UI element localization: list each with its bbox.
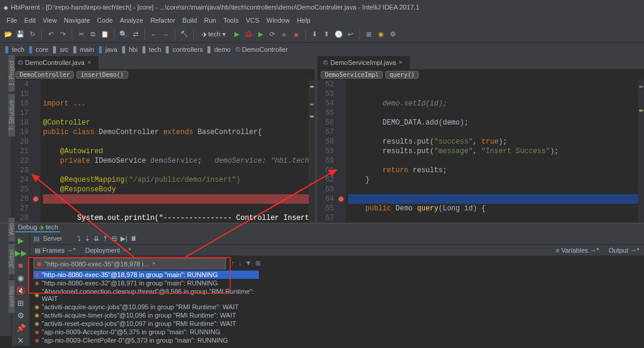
save-icon[interactable]: 💾 bbox=[16, 30, 25, 39]
crumb-class[interactable]: DemoController bbox=[16, 71, 74, 79]
thread-list[interactable]: ◉"http-nio-8080-exec-35"@18,978 in group… bbox=[30, 269, 262, 346]
crumb-controllers[interactable]: ▋controllers bbox=[164, 46, 205, 53]
menu-build[interactable]: Build bbox=[179, 17, 200, 24]
variables-panel[interactable] bbox=[262, 256, 644, 346]
crumb-tech2[interactable]: ▋tech bbox=[141, 46, 163, 53]
step-over-icon[interactable]: ⤵ bbox=[78, 235, 81, 242]
structure-icon[interactable]: ⊞ bbox=[364, 30, 374, 39]
jrebel-icon[interactable]: ◉ bbox=[376, 30, 386, 39]
run-icon[interactable]: ▶ bbox=[232, 30, 242, 39]
cut-icon[interactable]: ✂ bbox=[76, 30, 86, 39]
menu-navigate[interactable]: Navigate bbox=[61, 17, 92, 24]
settings-icon[interactable]: ⚙ bbox=[388, 30, 398, 39]
close-icon[interactable]: ✕ bbox=[87, 60, 92, 66]
replace-icon[interactable]: ⇄ bbox=[131, 30, 140, 39]
crumb-hbi[interactable]: ▋hbi bbox=[120, 46, 140, 53]
menu-vcs[interactable]: VCS bbox=[243, 17, 262, 24]
thread-row[interactable]: ◉"http-nio-8080-exec-35"@18,978 in group… bbox=[33, 271, 259, 279]
next-frame-icon[interactable]: ↓ bbox=[237, 259, 244, 266]
forward-icon[interactable]: → bbox=[161, 30, 171, 39]
code-body-right[interactable]: demo.setId(id); DEMO_DATA.add(demo); res… bbox=[346, 80, 638, 223]
menu-refactor[interactable]: Refactor bbox=[147, 17, 178, 24]
menu-run[interactable]: Run bbox=[201, 17, 219, 24]
vcs-history-icon[interactable]: 🕓 bbox=[334, 30, 343, 39]
vcs-commit-icon[interactable]: ⬆ bbox=[322, 30, 332, 39]
sidetab-web[interactable]: Web bbox=[8, 217, 15, 241]
tab-demoserviceimpl[interactable]: © DemoServiceImpl.java ✕ bbox=[317, 56, 410, 69]
back-icon[interactable]: ← bbox=[149, 30, 159, 39]
coverage-icon[interactable]: ▶ bbox=[256, 30, 265, 39]
close-panel-icon[interactable]: ✕ bbox=[17, 336, 24, 345]
crumb-tech[interactable]: ▋tech bbox=[4, 46, 26, 53]
thread-row[interactable]: ◉"activiti-reset-expired-jobs"@10,097 in… bbox=[33, 319, 259, 328]
crumb-file[interactable]: ©DemoController bbox=[234, 46, 290, 53]
sidetab-project[interactable]: 1: Project bbox=[8, 54, 15, 92]
attach-icon[interactable]: ⎆ bbox=[280, 30, 289, 39]
error-stripe-left[interactable] bbox=[309, 80, 315, 223]
prev-frame-icon[interactable]: ↑ bbox=[230, 259, 237, 266]
menu-file[interactable]: File bbox=[4, 17, 20, 24]
thread-row[interactable]: ◉"ajp-nio-8009-Acceptor-0"@5,375 in grou… bbox=[33, 328, 259, 336]
crumb-java[interactable]: ▋java bbox=[97, 46, 119, 53]
paste-icon[interactable]: 📋 bbox=[100, 30, 110, 39]
menu-analyze[interactable]: Analyze bbox=[117, 17, 146, 24]
code-right[interactable]: 5253545556575859606162636465676869707172… bbox=[317, 80, 644, 223]
profile-icon[interactable]: ⟳ bbox=[268, 30, 277, 39]
step-into-icon[interactable]: ⇣ bbox=[85, 235, 90, 243]
tab-democontroller[interactable]: © DemoController.java ✕ bbox=[12, 56, 98, 69]
thread-row[interactable]: ◉"activiti-acquire-async-jobs"@10,095 in… bbox=[33, 303, 259, 311]
breakpoint-icon[interactable] bbox=[338, 196, 344, 202]
thread-row[interactable]: ◉"ajp-nio-8009-ClientPoller-0"@5,373 in … bbox=[33, 336, 259, 344]
breakpoints-icon[interactable]: ◉ bbox=[17, 274, 24, 282]
vcs-revert-icon[interactable]: ↩ bbox=[346, 30, 355, 39]
settings-icon[interactable]: ⚙ bbox=[17, 311, 24, 320]
deployment-tab[interactable]: Deployment →* bbox=[80, 247, 136, 254]
breakpoint-icon[interactable] bbox=[33, 196, 39, 202]
crumb-core[interactable]: ▋core bbox=[27, 46, 50, 53]
crumb-src[interactable]: ▋src bbox=[51, 46, 70, 53]
thread-row[interactable]: ◉"http-nio-8080-exec-32"@18,971 in group… bbox=[33, 279, 259, 287]
evaluate-icon[interactable]: 🖩 bbox=[131, 235, 137, 242]
crumb-method[interactable]: insertDemo() bbox=[76, 71, 128, 79]
build-icon[interactable]: 🔨 bbox=[179, 30, 189, 39]
rerun-icon[interactable]: ▶ bbox=[18, 236, 24, 245]
error-stripe-right[interactable] bbox=[638, 80, 644, 223]
menu-tools[interactable]: Tools bbox=[220, 17, 242, 24]
menu-code[interactable]: Code bbox=[94, 17, 116, 24]
sync-icon[interactable]: ↻ bbox=[27, 30, 37, 39]
sidetab-jrebel[interactable]: JRebel bbox=[8, 243, 15, 274]
redo-icon[interactable]: ↷ bbox=[58, 30, 67, 39]
sidetab-structure[interactable]: 7: Structure bbox=[8, 93, 15, 136]
crumb-method[interactable]: query() bbox=[385, 71, 419, 79]
output-tab[interactable]: Output →* bbox=[604, 247, 644, 254]
thread-row[interactable]: ◉"Abandoned connection cleanup thread"@8… bbox=[33, 287, 259, 303]
mute-icon[interactable]: 🔇 bbox=[16, 286, 26, 295]
stop-icon[interactable]: ■ bbox=[18, 261, 23, 270]
copy-icon[interactable]: ⧉ bbox=[88, 30, 98, 39]
variables-tab[interactable]: ≡ Variables →* bbox=[551, 247, 604, 254]
menu-edit[interactable]: Edit bbox=[21, 17, 39, 24]
run-config-selector[interactable]: ⬗ tech ▾ bbox=[198, 30, 230, 38]
menu-view[interactable]: View bbox=[40, 17, 60, 24]
crumb-demo[interactable]: ▋demo bbox=[206, 46, 233, 53]
resume-icon[interactable]: ▶▶ bbox=[15, 248, 27, 257]
step-out-icon[interactable]: ⇡ bbox=[103, 235, 108, 243]
pin-icon[interactable]: 📌 bbox=[16, 324, 26, 333]
stop-icon[interactable]: ■ bbox=[292, 30, 301, 39]
undo-icon[interactable]: ↶ bbox=[46, 30, 55, 39]
find-icon[interactable]: 🔍 bbox=[119, 30, 128, 39]
filter-icon[interactable]: ▼ bbox=[243, 259, 253, 266]
run-to-cursor-icon[interactable]: ▶| bbox=[120, 235, 127, 243]
vcs-update-icon[interactable]: ⬇ bbox=[310, 30, 320, 39]
close-icon[interactable]: ✕ bbox=[398, 60, 403, 66]
code-body-left[interactable]: import ... @Controller public class Demo… bbox=[41, 80, 309, 223]
force-step-icon[interactable]: ⇊ bbox=[94, 235, 99, 243]
crumb-class[interactable]: DemoServiceImpl bbox=[321, 71, 383, 79]
open-icon[interactable]: 📂 bbox=[4, 30, 13, 39]
menu-window[interactable]: Window bbox=[264, 17, 293, 24]
layout-icon[interactable]: ⊞ bbox=[17, 299, 24, 307]
thread-dump-icon[interactable]: ⊞ bbox=[253, 259, 262, 267]
thread-selector[interactable]: ◉ "http-nio-8080-exec-35"@18,978 i... ▼ bbox=[33, 258, 226, 269]
frames-tab[interactable]: ▤ Frames →* bbox=[30, 247, 80, 254]
menu-help[interactable]: Help bbox=[294, 17, 314, 24]
